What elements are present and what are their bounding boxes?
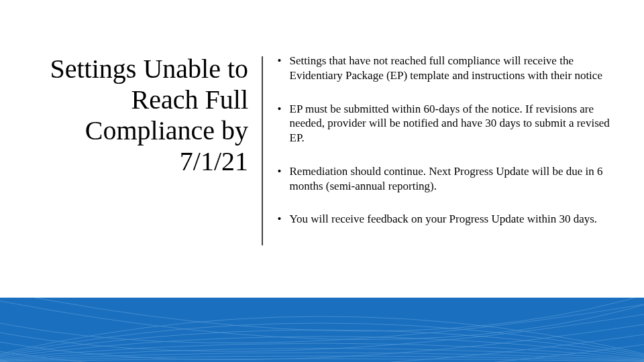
slide: Settings Unable to Reach Full Compliance…	[0, 0, 644, 362]
list-item: You will receive feedback on your Progre…	[278, 212, 611, 227]
content-row: Settings Unable to Reach Full Compliance…	[40, 54, 610, 245]
list-item: EP must be submitted within 60-days of t…	[278, 102, 611, 145]
footer-pattern	[0, 298, 644, 362]
slide-title: Settings Unable to Reach Full Compliance…	[40, 54, 248, 177]
list-item: Remediation should continue. Next Progre…	[278, 164, 611, 194]
title-column: Settings Unable to Reach Full Compliance…	[40, 54, 262, 177]
list-item: Settings that have not reached full comp…	[278, 54, 611, 83]
bullet-list: Settings that have not reached full comp…	[278, 54, 611, 227]
footer-band	[0, 298, 644, 362]
bullets-column: Settings that have not reached full comp…	[263, 54, 611, 245]
